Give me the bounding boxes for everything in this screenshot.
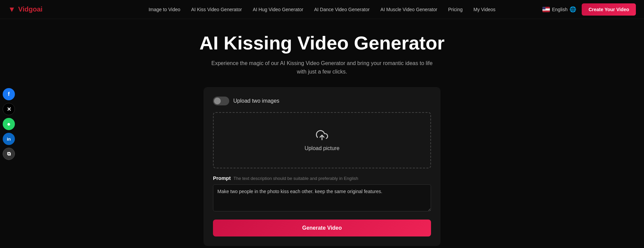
nav-link-ai-dance-video-generator[interactable]: AI Dance Video Generator: [314, 7, 370, 12]
upload-icon-wrap: [316, 129, 328, 141]
toggle-row: Upload two images: [213, 97, 431, 105]
prompt-row: Prompt The text description should be su…: [213, 175, 431, 181]
toggle-label: Upload two images: [233, 98, 279, 104]
copy-link-button[interactable]: ⧉: [3, 148, 15, 160]
whatsapp-share-button[interactable]: ●: [3, 118, 15, 130]
generator-card: Upload two images Upload picture Prompt …: [203, 87, 441, 246]
facebook-share-button[interactable]: f: [3, 88, 15, 100]
flag-icon: [542, 7, 550, 12]
page-subtitle: Experience the magic of our AI Kissing V…: [207, 59, 437, 76]
nav-link-pricing[interactable]: Pricing: [448, 7, 463, 12]
navbar-nav: Image to VideoAI Kiss Video GeneratorAI …: [149, 7, 496, 12]
nav-link-image-to-video[interactable]: Image to Video: [149, 7, 180, 12]
generate-video-button[interactable]: Generate Video: [213, 220, 431, 236]
prompt-label: Prompt: [213, 175, 231, 181]
upload-icon: [316, 129, 328, 141]
nav-link-ai-muscle-video-generator[interactable]: AI Muscle Video Generator: [381, 7, 437, 12]
social-sidebar: f ✕ ● in ⧉: [0, 85, 18, 163]
create-video-button[interactable]: Create Your Video: [582, 3, 636, 16]
prompt-hint: The text description should be suitable …: [234, 176, 359, 181]
toggle-knob: [214, 98, 221, 104]
navbar: ▼ Vidgoai Image to VideoAI Kiss Video Ge…: [0, 0, 644, 19]
page-title: AI Kissing Video Generator: [199, 33, 445, 54]
navbar-left: ▼ Vidgoai: [8, 5, 43, 14]
prompt-textarea[interactable]: [213, 184, 431, 211]
language-selector[interactable]: English 🌐: [542, 6, 576, 13]
language-label: English: [552, 7, 567, 12]
x-twitter-share-button[interactable]: ✕: [3, 103, 15, 115]
navbar-right: English 🌐 Create Your Video: [542, 3, 636, 16]
logo-text[interactable]: Vidgoai: [18, 5, 43, 13]
linkedin-share-button[interactable]: in: [3, 133, 15, 145]
upload-two-images-toggle[interactable]: [213, 97, 229, 105]
nav-link-my-videos[interactable]: My Videos: [473, 7, 495, 12]
logo-icon: ▼: [8, 5, 16, 14]
nav-link-ai-hug-video-generator[interactable]: AI Hug Video Generator: [253, 7, 303, 12]
upload-text: Upload picture: [304, 145, 339, 151]
main-content: AI Kissing Video Generator Experience th…: [0, 19, 644, 248]
nav-link-ai-kiss-video-generator[interactable]: AI Kiss Video Generator: [191, 7, 242, 12]
upload-area[interactable]: Upload picture: [213, 112, 431, 168]
globe-icon: 🌐: [570, 6, 576, 13]
